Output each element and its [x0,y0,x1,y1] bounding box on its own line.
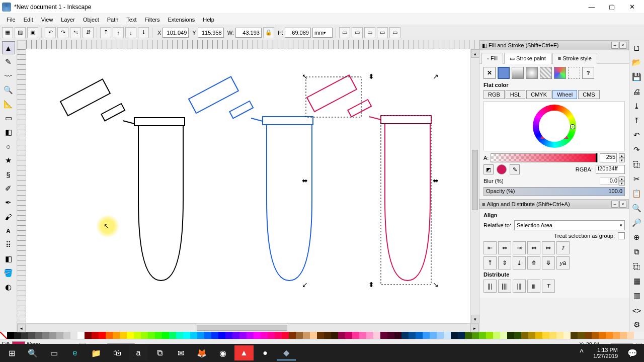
swatch-color[interactable] [14,332,21,339]
menu-extensions[interactable]: Extensions [164,16,198,24]
swatch-color[interactable] [430,332,437,339]
swatch-color[interactable] [620,332,627,339]
distribute-left[interactable]: ‖| [484,280,497,293]
raise-btn[interactable]: ↑ [113,27,124,38]
notifications-button[interactable]: 💬 [623,345,642,360]
xml-btn[interactable]: <> [630,304,643,317]
swatch-color[interactable] [366,332,373,339]
unit-select[interactable]: mm ▾ [312,28,333,38]
firefox-icon[interactable]: 🦊 [192,345,211,360]
rgba-input[interactable]: f20b34ff [596,165,625,174]
w-input[interactable]: 43.193 [235,28,262,38]
swatch-color[interactable] [204,332,211,339]
swatch-color[interactable] [197,332,204,339]
swatch-color[interactable] [155,332,162,339]
node-tool[interactable]: ✎ [2,55,15,68]
swatch-color[interactable] [556,332,564,339]
select-all-btn[interactable]: ▦ [2,27,13,38]
calligraphy-tool[interactable]: 🖌 [2,210,15,223]
start-button[interactable]: ⊞ [2,345,21,360]
redo-btn[interactable]: ↷ [630,143,643,156]
flip-h-btn[interactable]: ⇋ [70,27,81,38]
bezier-tool[interactable]: ✒ [2,196,15,209]
align-center-h[interactable]: ⇔ [498,241,511,254]
swatch-color[interactable] [521,332,528,339]
paint-radial-btn[interactable] [526,67,538,79]
store-icon[interactable]: 🛍 [108,345,127,360]
scrollbar-vertical[interactable]: ▴ ▾ [470,49,479,323]
zoom-tool[interactable]: 🔍 [2,83,15,97]
lower-btn[interactable]: ↓ [125,27,136,38]
bucket-tool[interactable]: 🪣 [2,266,15,280]
paint-unknown-btn[interactable] [568,67,580,79]
swatch-color[interactable] [42,332,49,339]
menu-edit[interactable]: Edit [20,16,37,24]
mode-cms[interactable]: CMS [578,90,599,99]
swatch-color[interactable] [571,332,578,339]
swatch-color[interactable] [458,332,465,339]
handle-sw[interactable]: ↙ [302,282,308,288]
spiral-tool[interactable]: § [2,168,15,181]
swatch-color[interactable] [303,332,310,339]
mode-rgb[interactable]: RGB [484,90,505,99]
import-btn[interactable]: ⤓ [630,100,643,113]
menu-layer[interactable]: Layer [57,16,78,24]
ellipse-tool[interactable]: ○ [2,140,15,153]
align-right-out[interactable]: ⤇ [542,241,555,254]
swatch-color[interactable] [134,332,141,339]
distribute-right[interactable]: |‖ [513,280,526,293]
align-top-edge[interactable]: ⤒ [484,256,497,269]
swatch-color[interactable] [49,332,56,339]
handle-se[interactable]: ↘ [433,282,439,288]
swatch-color[interactable] [479,332,486,339]
align-left-edge[interactable]: ⇤ [484,241,497,254]
cut-btn[interactable]: ✂ [630,172,643,186]
swatch-color[interactable] [423,332,430,339]
swatch-color[interactable] [63,332,70,339]
paint-swatch-btn[interactable] [554,67,566,79]
raise-top-btn[interactable]: ⤒ [100,27,111,38]
distribute-center-h[interactable]: |‖| [498,280,511,293]
y-input[interactable]: 115.958 [198,28,224,38]
swatch-color[interactable] [472,332,479,339]
align-close-btn[interactable]: × [619,201,626,208]
swatch-color[interactable] [606,332,613,339]
swatch-color[interactable] [387,332,394,339]
paste-btn[interactable]: 📋 [630,187,643,200]
swatch-color[interactable] [338,332,345,339]
dropper-btn[interactable]: ✎ [510,164,520,174]
swatch-color[interactable] [352,332,359,339]
swatch-color[interactable] [56,332,63,339]
blur-input[interactable]: 0.0 [600,177,619,185]
swatch-color[interactable] [345,332,352,339]
minimize-button[interactable]: — [582,2,602,13]
zoom-drawing-btn[interactable]: 🔎 [630,216,643,229]
group-btn[interactable]: ▦ [630,275,643,288]
swatch-color[interactable] [585,332,592,339]
rotate-ccw-btn[interactable]: ↶ [45,27,56,38]
open-btn[interactable]: 📂 [630,56,643,69]
deselect-btn[interactable]: ▣ [27,27,38,38]
swatch-color[interactable] [599,332,606,339]
swatch-color[interactable] [225,332,232,339]
swatch-color[interactable] [261,332,268,339]
swatch-color[interactable] [514,332,521,339]
opacity-slider[interactable]: Opacity (%) 100.0 [484,187,625,196]
swatch-color[interactable] [549,332,556,339]
tweak-tool[interactable]: 〰 [2,69,15,82]
blur-dec[interactable]: ▾ [619,181,625,186]
swatch-color[interactable] [409,332,416,339]
swatch-color[interactable] [211,332,218,339]
ruler-origin[interactable] [17,40,26,49]
paint-flat-btn[interactable] [498,67,510,79]
prefs-btn[interactable]: ⚙ [630,318,643,331]
menu-filters[interactable]: Filters [141,16,164,24]
swatch-color[interactable] [275,332,282,339]
affect-scale-btn[interactable]: ▭ [352,27,363,38]
measure-tool[interactable]: 📐 [2,98,15,111]
tab-stroke-paint[interactable]: ▭ Stroke paint [504,53,551,64]
scrollbar-horizontal[interactable]: ◂ ▸ [17,323,479,332]
copy-btn[interactable]: ⿻ [630,158,643,171]
ruler-horizontal[interactable] [26,40,479,49]
menu-text[interactable]: Text [123,16,140,24]
